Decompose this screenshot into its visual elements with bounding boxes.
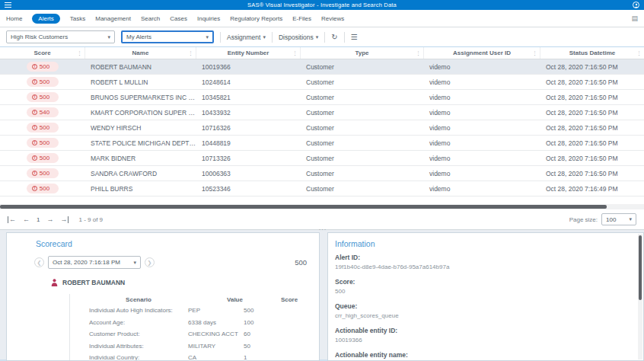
table-row[interactable]: !500 SANDRA CRAWFORD 10006363 Customer v… [0, 166, 644, 181]
table-row[interactable]: !500 MARK BIDNER 10713326 Customer videm… [0, 151, 644, 166]
nav-home[interactable]: Home [6, 15, 22, 22]
cell-type: Customer [301, 78, 424, 86]
table-row[interactable]: !500 BRUNOS SUPERMARKETS INC FOOD WORLD … [0, 90, 644, 105]
page-size-select[interactable]: 100 ▾ [601, 213, 636, 225]
nav-management[interactable]: Management [95, 15, 131, 22]
cell-type: Customer [301, 63, 424, 71]
detail-section: ... Scorecard ❮ Oct 28, 2020 7:16:18 PM … [0, 230, 644, 361]
alert-filter-value: High Risk Customers [11, 34, 68, 40]
next-page-button[interactable]: → [46, 216, 53, 223]
nav-cases[interactable]: Cases [170, 15, 187, 22]
score-badge: !500 [27, 184, 59, 193]
cell-status-datetime: Oct 28, 2020 7:16:50 PM [540, 170, 644, 177]
horizontal-scrollbar-thumb[interactable] [0, 205, 607, 209]
table-row[interactable]: !500 PHILL BURRS 10523346 Customer videm… [0, 181, 644, 196]
table-row[interactable]: !500 ROBERT BAUMANN 10019366 Customer vi… [0, 59, 644, 75]
column-header-name[interactable]: Name⋮ [85, 47, 196, 59]
alert-warning-icon: ! [32, 140, 37, 145]
cell-status-datetime: Oct 28, 2020 7:16:50 PM [540, 155, 644, 162]
nav-alerts[interactable]: Alerts [32, 14, 59, 24]
nav-search[interactable]: Search [141, 15, 160, 22]
score-badge: !500 [27, 77, 59, 87]
app-title-bar: SAS® Visual Investigator - Investigate a… [0, 0, 644, 10]
nav-tasks[interactable]: Tasks [70, 15, 85, 22]
cell-assignment-user: videmo [424, 155, 540, 162]
alert-warning-icon: ! [32, 186, 37, 191]
toolbar-separator [272, 32, 273, 43]
splitter-handle[interactable]: ... [314, 225, 332, 232]
first-page-button[interactable]: ← [8, 216, 16, 223]
table-row[interactable]: !500 STATE POLICE MICHIGAN DEPT STATE PO… [0, 136, 644, 151]
column-menu-icon[interactable]: ⋮ [532, 50, 537, 56]
table-row[interactable]: !540 KMART CORPORATION SUPER K 4982 1043… [0, 105, 644, 120]
alert-view-select[interactable]: My Alerts ▾ [121, 30, 214, 43]
table-row[interactable]: !500 WENDY HIRSCH 10716326 Customer vide… [0, 120, 644, 136]
cell-entity-number: 10006363 [196, 170, 301, 177]
nav-reviews[interactable]: Reviews [321, 15, 344, 22]
column-menu-icon[interactable]: ⋮ [188, 50, 193, 56]
alerts-table-header: Score⋮ Name⋮ Entity Number⋮ Type⋮ Assign… [0, 47, 644, 59]
cell-assignment-user: videmo [424, 78, 540, 86]
cell-status-datetime: Oct 28, 2020 7:16:50 PM [540, 94, 644, 101]
cell-entity-number: 10716326 [196, 124, 301, 132]
assignment-menu-button[interactable]: Assignment ▾ [227, 34, 266, 41]
table-row[interactable]: !500 ROBERT L MULLIN 10248614 Customer v… [0, 75, 644, 90]
information-panel: Information Alert ID: 19f1b40c-d8e9-4dae… [327, 232, 644, 361]
score-badge: !500 [27, 92, 59, 102]
cell-type: Customer [301, 94, 424, 101]
refresh-icon[interactable]: ↻ [331, 34, 337, 41]
scorecard-col-value: Value [207, 296, 263, 303]
toolbar-separator [220, 32, 221, 43]
column-menu-icon[interactable]: ⋮ [416, 50, 421, 56]
next-date-button[interactable]: ❯ [145, 257, 155, 267]
last-page-button[interactable]: → [60, 216, 69, 223]
cell-type: Customer [301, 185, 424, 193]
info-field-queue: Queue: crr_high_scores_queue [335, 302, 633, 319]
chevron-down-icon: ▾ [107, 34, 110, 40]
column-menu-icon[interactable]: ⋮ [292, 50, 298, 56]
column-header-entity-number[interactable]: Entity Number⋮ [196, 47, 301, 59]
scorecard-total-score: 500 [295, 258, 307, 267]
column-menu-icon[interactable]: ⋮ [77, 50, 82, 56]
cell-assignment-user: videmo [424, 63, 540, 71]
vertical-scrollbar-thumb[interactable] [639, 235, 642, 300]
column-header-type[interactable]: Type⋮ [301, 47, 424, 59]
cell-assignment-user: videmo [424, 139, 540, 147]
cell-status-datetime: Oct 28, 2020 7:16:50 PM [540, 139, 644, 147]
previous-date-button[interactable]: ❮ [34, 257, 44, 267]
field-label: Actionable entity name: [335, 351, 633, 359]
scenario-label: Individual Auto High Indicators: [70, 307, 188, 314]
score-badge: !500 [27, 168, 59, 178]
dispositions-label: Dispositions [279, 34, 314, 41]
horizontal-scrollbar[interactable] [0, 204, 644, 209]
scorecard-col-scenario: Scenario [70, 296, 207, 303]
vertical-scrollbar[interactable] [638, 234, 642, 359]
column-settings-icon[interactable]: ☰ [351, 34, 358, 41]
scenario-value: CA [188, 354, 244, 361]
scorecard-table: Scenario Value Score Individual Auto Hig… [69, 294, 319, 361]
alert-view-value: My Alerts [126, 34, 151, 40]
user-avatar-icon[interactable] [633, 2, 639, 8]
chevron-down-icon: ▾ [316, 34, 319, 40]
score-badge: !500 [27, 138, 59, 148]
alert-filter-select[interactable]: High Risk Customers ▾ [6, 30, 115, 43]
column-menu-icon[interactable]: ⋮ [636, 50, 642, 56]
scorecard-date-select[interactable]: Oct 28, 2020 7:16:18 PM ▾ [48, 256, 141, 269]
column-header-assignment-user-id[interactable]: Assignment User ID⋮ [424, 47, 540, 59]
nav-efiles[interactable]: E-Files [292, 15, 311, 22]
column-header-score[interactable]: Score⋮ [0, 47, 85, 59]
page-size-value: 100 [606, 216, 616, 223]
dispositions-menu-button[interactable]: Dispositions ▾ [279, 34, 318, 41]
previous-page-button[interactable]: ← [23, 216, 30, 223]
nav-regulatory-reports[interactable]: Regulatory Reports [230, 15, 282, 22]
cell-name: ROBERT L MULLIN [85, 78, 196, 86]
toolbar-separator [344, 32, 345, 43]
info-field-alert-id: Alert ID: 19f1b40c-d8e9-4dae-b76d-95a7a6… [335, 254, 633, 270]
cell-name: SANDRA CRAWFORD [85, 170, 196, 177]
column-header-status-datetime[interactable]: Status Datetime⋮ [540, 47, 644, 59]
person-icon [51, 279, 58, 286]
nav-inquiries[interactable]: Inquiries [197, 15, 220, 22]
document-icon[interactable]: ▤ [631, 15, 638, 22]
scorecard-col-score: Score [263, 296, 316, 303]
cell-entity-number: 10019366 [196, 63, 301, 71]
